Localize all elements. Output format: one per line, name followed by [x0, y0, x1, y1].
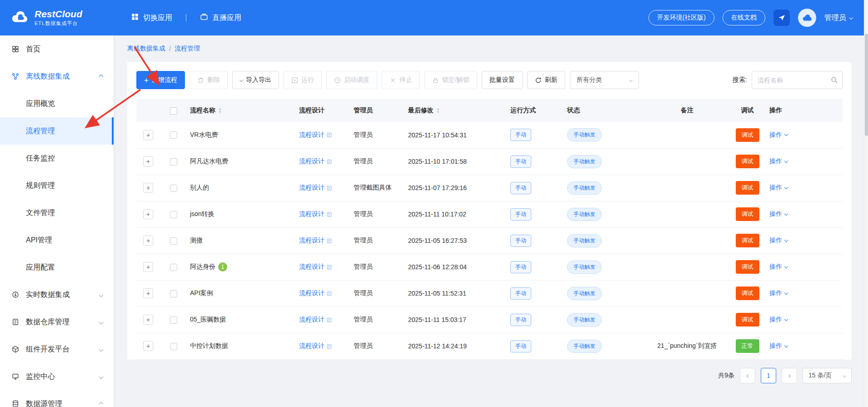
flow-design-link[interactable]: 流程设计	[299, 210, 332, 218]
env-button[interactable]: 开发环境(社区版)	[649, 10, 714, 25]
row-checkbox[interactable]	[170, 343, 177, 350]
flow-design-link[interactable]: 流程设计	[299, 316, 332, 324]
action-link[interactable]: 操作	[769, 316, 788, 324]
expand-row-button[interactable]: +	[143, 262, 153, 272]
row-checkbox[interactable]	[170, 317, 177, 324]
flow-design-link[interactable]: 流程设计	[299, 184, 332, 192]
sort-icon[interactable]: ▲▼	[218, 107, 222, 114]
breadcrumb-separator: /	[169, 45, 171, 52]
sidebar-item-api-management[interactable]: API管理	[0, 226, 114, 254]
start-schedule-button[interactable]: 启动调度	[326, 71, 377, 89]
run-button[interactable]: 运行	[284, 71, 322, 89]
row-checkbox[interactable]	[170, 264, 177, 271]
lock-unlock-button[interactable]: 锁定/解锁	[424, 71, 477, 89]
refresh-icon	[535, 77, 542, 84]
sidebar-item-home[interactable]: 首页	[0, 35, 114, 63]
live-app-button[interactable]: 直播应用	[200, 13, 241, 23]
row-checkbox[interactable]	[170, 158, 177, 166]
sidebar-group-data-warehouse[interactable]: 数据仓库管理	[0, 308, 114, 336]
debug-button[interactable]: 调试	[736, 155, 759, 168]
sidebar-item-app-overview[interactable]: 应用概览	[0, 90, 114, 117]
add-flow-button[interactable]: + 新增流程	[136, 71, 185, 89]
expand-row-button[interactable]: +	[143, 130, 153, 140]
breadcrumb-current[interactable]: 流程管理	[175, 45, 200, 53]
action-link[interactable]: 操作	[769, 263, 788, 271]
flow-design-link[interactable]: 流程设计	[299, 263, 332, 271]
category-select[interactable]: 所有分类	[570, 71, 639, 89]
run-mode-tag: 手动	[510, 340, 531, 352]
sidebar-group-monitor-center[interactable]: 监控中心	[0, 363, 114, 390]
x-icon	[389, 77, 396, 84]
debug-button[interactable]: 调试	[736, 260, 759, 274]
flow-design-link[interactable]: 流程设计	[299, 289, 332, 297]
expand-row-button[interactable]: +	[143, 288, 153, 298]
logo[interactable]: RestCloud ETL数据集成平台	[0, 9, 114, 26]
expand-row-button[interactable]: +	[143, 209, 153, 219]
expand-row-button[interactable]: +	[143, 156, 153, 166]
breadcrumb-parent[interactable]: 离线数据集成	[127, 45, 165, 53]
avatar[interactable]	[798, 9, 816, 27]
stop-button[interactable]: 停止	[382, 71, 420, 89]
refresh-button[interactable]: 刷新	[527, 71, 565, 89]
expand-row-button[interactable]: +	[143, 315, 153, 325]
sidebar-item-rule-management[interactable]: 规则管理	[0, 172, 114, 199]
row-checkbox[interactable]	[170, 131, 177, 139]
sidebar-item-flow-management[interactable]: 流程管理	[0, 117, 114, 145]
debug-button[interactable]: 调试	[736, 234, 759, 247]
sidebar-item-file-management[interactable]: 文件管理	[0, 199, 114, 226]
action-link[interactable]: 操作	[769, 184, 788, 192]
debug-button[interactable]: 调试	[736, 286, 759, 300]
expand-row-button[interactable]: +	[143, 341, 153, 351]
debug-button[interactable]: 正常	[736, 339, 759, 353]
batch-settings-button[interactable]: 批量设置	[482, 71, 523, 89]
switch-app-button[interactable]: 切换应用	[131, 13, 172, 23]
sidebar-group-datasource-management[interactable]: 数据源管理	[0, 390, 114, 407]
sidebar-item-label: 任务监控	[26, 154, 55, 163]
row-checkbox[interactable]	[170, 237, 177, 245]
action-link[interactable]: 操作	[769, 157, 788, 166]
paper-plane-icon[interactable]	[773, 10, 790, 26]
action-link[interactable]: 操作	[769, 236, 788, 245]
page-size-select[interactable]: 15 条/页	[803, 368, 852, 383]
debug-button[interactable]: 调试	[736, 207, 759, 221]
table-row: + API案例 流程设计 管理员 2025-11-05 11:52:31 手动 …	[136, 280, 843, 307]
docs-button[interactable]: 在线文档	[723, 10, 765, 25]
row-checkbox[interactable]	[170, 185, 177, 192]
search-input[interactable]	[752, 71, 843, 89]
sidebar-group-offline-integration[interactable]: 离线数据集成	[0, 63, 114, 90]
expand-row-button[interactable]: +	[143, 236, 153, 246]
row-checkbox[interactable]	[170, 211, 177, 218]
action-link[interactable]: 操作	[769, 289, 788, 297]
action-link[interactable]: 操作	[769, 342, 788, 350]
debug-button[interactable]: 调试	[736, 313, 759, 327]
delete-button[interactable]: 删除	[190, 71, 228, 89]
scrollbar-thumb[interactable]	[865, 34, 868, 136]
select-all-checkbox[interactable]	[170, 107, 177, 115]
sidebar-group-component-platform[interactable]: 组件开发平台	[0, 336, 114, 363]
total-count: 共9条	[718, 372, 734, 380]
row-checkbox[interactable]	[170, 290, 177, 297]
vertical-scrollbar[interactable]	[864, 0, 868, 407]
sort-icon[interactable]: ▲▼	[436, 107, 440, 114]
flow-design-link[interactable]: 流程设计	[299, 236, 332, 245]
expand-row-button[interactable]: +	[143, 183, 153, 193]
sidebar-item-app-config[interactable]: 应用配置	[0, 254, 114, 281]
flow-design-link[interactable]: 流程设计	[299, 342, 332, 350]
import-export-button[interactable]: 导入导出	[232, 71, 279, 89]
sidebar-group-realtime-integration[interactable]: 实时数据集成	[0, 281, 114, 308]
top-header: RestCloud ETL数据集成平台 切换应用 直播应用 开发环境(社区版) …	[0, 0, 868, 35]
debug-button[interactable]: 调试	[736, 181, 759, 195]
run-mode-tag: 手动	[510, 208, 531, 221]
debug-button[interactable]: 调试	[736, 128, 759, 142]
prev-page-button[interactable]: ‹	[740, 368, 755, 383]
action-link[interactable]: 操作	[769, 131, 788, 139]
flow-design-link[interactable]: 流程设计	[299, 157, 332, 166]
flow-design-link[interactable]: 流程设计	[299, 131, 332, 139]
page-1-button[interactable]: 1	[761, 368, 776, 383]
sidebar-item-task-monitor[interactable]: 任务监控	[0, 145, 114, 172]
action-link[interactable]: 操作	[769, 210, 788, 218]
user-menu[interactable]: 管理员	[824, 13, 853, 23]
next-page-button[interactable]: ›	[782, 368, 797, 383]
flow-name: 阿凡达水电费	[190, 157, 228, 165]
search-icon[interactable]	[830, 76, 838, 85]
